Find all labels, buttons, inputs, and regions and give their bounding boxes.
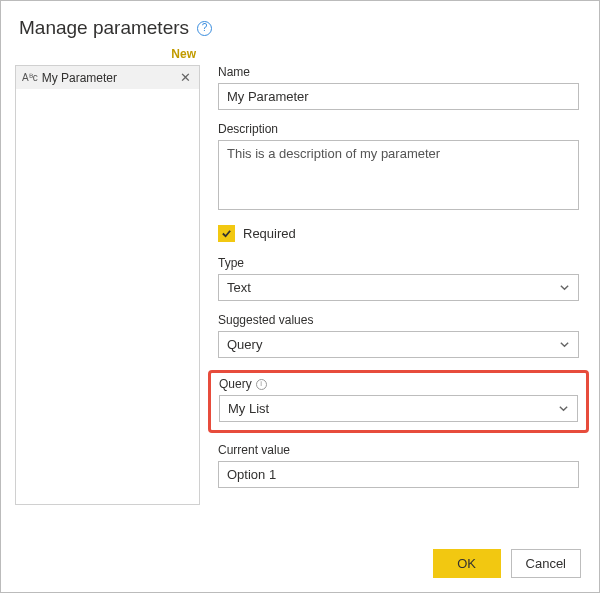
ok-button[interactable]: OK bbox=[433, 549, 501, 578]
description-field: Description This is a description of my … bbox=[218, 122, 579, 213]
text-type-icon: Aᴮc bbox=[22, 72, 38, 83]
query-select[interactable]: My List bbox=[219, 395, 578, 422]
dialog-header: Manage parameters ? bbox=[1, 1, 599, 45]
type-label: Type bbox=[218, 256, 579, 270]
query-value: My List bbox=[228, 401, 269, 416]
name-field: Name bbox=[218, 65, 579, 110]
query-field-highlight: Query i My List bbox=[208, 370, 589, 433]
cancel-button[interactable]: Cancel bbox=[511, 549, 581, 578]
type-value: Text bbox=[227, 280, 251, 295]
query-field: Query i My List bbox=[219, 377, 578, 422]
chevron-down-icon bbox=[558, 282, 570, 294]
dialog-title: Manage parameters bbox=[19, 17, 189, 39]
remove-parameter-icon[interactable]: ✕ bbox=[178, 70, 193, 85]
query-label-row: Query i bbox=[219, 377, 578, 391]
dialog-footer: OK Cancel bbox=[433, 549, 581, 578]
name-label: Name bbox=[218, 65, 579, 79]
required-label: Required bbox=[243, 226, 296, 241]
suggested-values-value: Query bbox=[227, 337, 262, 352]
dialog-content: New Aᴮc My Parameter ✕ Name Description … bbox=[1, 45, 599, 505]
description-label: Description bbox=[218, 122, 579, 136]
parameter-list-item[interactable]: Aᴮc My Parameter ✕ bbox=[16, 66, 199, 89]
parameter-list-panel: New Aᴮc My Parameter ✕ bbox=[15, 45, 200, 505]
current-value-label: Current value bbox=[218, 443, 579, 457]
description-input[interactable]: This is a description of my parameter bbox=[218, 140, 579, 210]
suggested-values-select[interactable]: Query bbox=[218, 331, 579, 358]
type-field: Type Text bbox=[218, 256, 579, 301]
name-input[interactable] bbox=[218, 83, 579, 110]
info-icon[interactable]: i bbox=[256, 379, 267, 390]
type-select[interactable]: Text bbox=[218, 274, 579, 301]
suggested-values-field: Suggested values Query bbox=[218, 313, 579, 358]
current-value-field: Current value bbox=[218, 443, 579, 488]
parameter-list: Aᴮc My Parameter ✕ bbox=[15, 65, 200, 505]
new-parameter-link[interactable]: New bbox=[15, 45, 200, 65]
required-checkbox[interactable] bbox=[218, 225, 235, 242]
chevron-down-icon bbox=[558, 339, 570, 351]
help-icon[interactable]: ? bbox=[197, 21, 212, 36]
query-label: Query bbox=[219, 377, 252, 391]
chevron-down-icon bbox=[557, 403, 569, 415]
required-row: Required bbox=[218, 225, 579, 242]
parameter-form: Name Description This is a description o… bbox=[200, 45, 585, 505]
parameter-item-label: My Parameter bbox=[42, 71, 174, 85]
suggested-values-label: Suggested values bbox=[218, 313, 579, 327]
current-value-input[interactable] bbox=[218, 461, 579, 488]
